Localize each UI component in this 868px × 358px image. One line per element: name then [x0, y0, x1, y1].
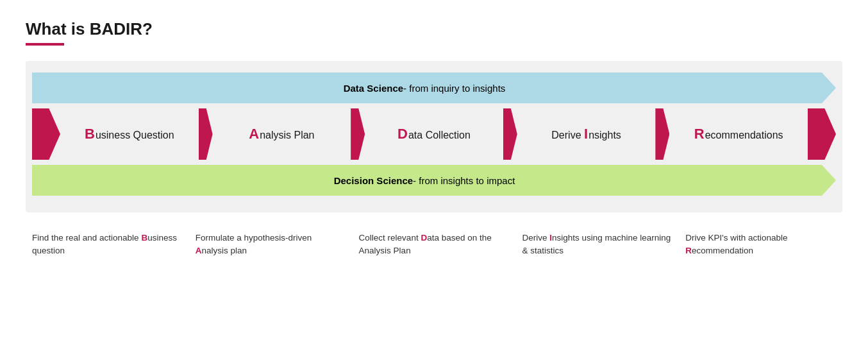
data-science-arrow-row: Data Science - from inquiry to insights: [32, 72, 836, 103]
letter-a: A: [249, 126, 259, 142]
desc-d-text1: Collect relevant: [359, 233, 421, 243]
section-r: Recommendations: [669, 108, 808, 160]
desc-d-highlight: D: [421, 233, 427, 243]
desc-r-highlight: R: [685, 246, 692, 255]
section-b-content: Business Question: [85, 126, 174, 142]
text-d: ata Collection: [408, 130, 471, 141]
section-d-content: Data Collection: [397, 126, 471, 142]
letter-i: I: [584, 126, 588, 142]
desc-r: Drive KPI's with actionable Recommendati…: [679, 232, 842, 258]
text-r: ecommendations: [705, 130, 783, 141]
main-chevron-row: Business Question Analysis Plan Data Col…: [32, 108, 836, 160]
badir-diagram: Data Science - from inquiry to insights …: [26, 61, 842, 212]
desc-d: Collect relevant Data based on the Analy…: [353, 232, 516, 258]
right-end-chevron: [808, 108, 836, 160]
desc-a-highlight: A: [196, 246, 202, 255]
desc-a: Formulate a hypothesis-driven Analysis p…: [189, 232, 353, 258]
desc-b: Find the real and actionable Business qu…: [26, 232, 189, 258]
desc-b-text1: Find the real and actionable: [32, 233, 141, 243]
text-b: usiness Question: [96, 130, 174, 141]
ds-bold: Data Science: [344, 83, 403, 94]
desc-b-highlight: B: [141, 233, 147, 243]
section-a-content: Analysis Plan: [249, 126, 314, 142]
section-a: Analysis Plan: [213, 108, 351, 160]
section-r-content: Recommendations: [694, 126, 783, 142]
decision-science-arrow: Decision Science - from insights to impa…: [32, 165, 836, 196]
desc-i-text1: Derive: [522, 233, 549, 243]
divider-2: [351, 108, 365, 160]
section-d: Data Collection: [365, 108, 503, 160]
data-science-arrow: Data Science - from inquiry to insights: [32, 72, 836, 103]
desc-a-text2: nalysis plan: [202, 246, 247, 255]
letter-d: D: [397, 126, 408, 142]
text-derive: Derive: [551, 130, 584, 141]
left-end-chevron: [32, 108, 60, 160]
desc-r-text2: ecommendation: [692, 246, 753, 255]
desc-r-text1: Drive KPI's with actionable: [685, 233, 787, 243]
sections-container: Business Question Analysis Plan Data Col…: [60, 108, 808, 160]
ds-rest: - from inquiry to insights: [403, 83, 505, 94]
letter-b: B: [85, 126, 95, 142]
text-a: nalysis Plan: [260, 130, 314, 141]
desc-a-text1: Formulate a hypothesis-driven: [196, 233, 312, 243]
decision-science-arrow-row: Decision Science - from insights to impa…: [32, 165, 836, 196]
dec-rest: - from insights to impact: [413, 175, 515, 186]
text-nsights: nsights: [588, 130, 621, 141]
section-i: Derive Insights: [517, 108, 656, 160]
page-title: What is BADIR?: [26, 19, 842, 39]
divider-3: [503, 108, 517, 160]
dec-bold: Decision Science: [334, 175, 413, 186]
section-i-content: Derive Insights: [551, 126, 621, 142]
letter-r: R: [694, 126, 705, 142]
section-b: Business Question: [60, 108, 199, 160]
divider-1: [199, 108, 213, 160]
title-underline: [26, 43, 64, 46]
desc-i: Derive Insights using machine learning &…: [515, 232, 679, 258]
descriptions-row: Find the real and actionable Business qu…: [26, 232, 842, 258]
divider-4: [655, 108, 669, 160]
